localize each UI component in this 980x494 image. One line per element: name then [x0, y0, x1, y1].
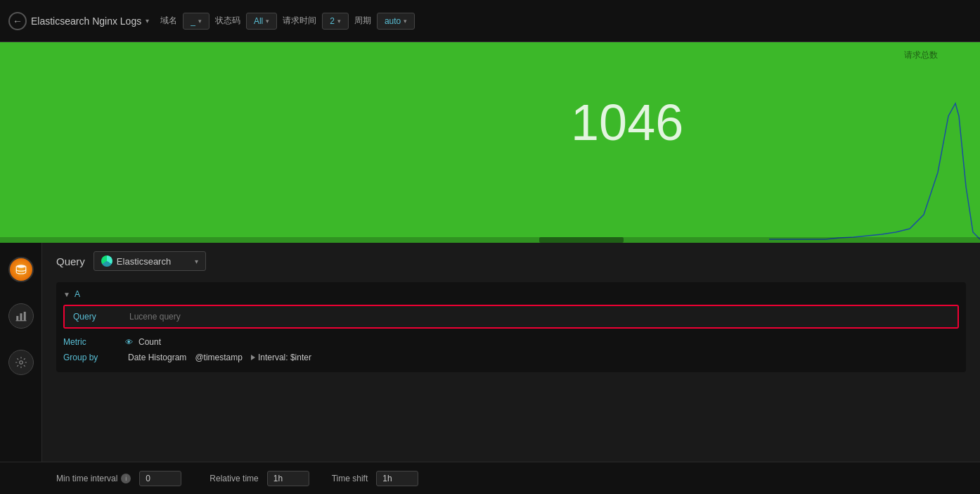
scrollbar-thumb	[539, 237, 624, 243]
group-by-row: Group by Date Histogram @timestamp Inter…	[56, 350, 966, 365]
series-toggle[interactable]: ▼	[63, 291, 70, 298]
layers-icon[interactable]	[8, 257, 34, 282]
request-time-caret: ▾	[337, 18, 341, 25]
chart-svg	[769, 102, 980, 243]
top-toolbar: ← Elasticsearch Nginx Logs ▾ 域名 _ ▾ 状态码 …	[0, 0, 980, 42]
series-id: A	[75, 289, 80, 299]
svg-rect-3	[23, 312, 25, 321]
bottom-sidebar-spacer	[0, 462, 42, 494]
status-filter[interactable]: All ▾	[246, 13, 277, 30]
datasource-icon	[101, 255, 112, 267]
query-panel: Query Elasticsearch ▾ ▼ A Query Metric 👁	[42, 243, 980, 494]
datasource-caret-icon: ▾	[195, 258, 198, 265]
svg-point-0	[16, 265, 26, 268]
group-by-interval[interactable]: Interval: $inter	[251, 353, 311, 362]
min-time-input[interactable]	[139, 471, 181, 486]
group-by-label: Group by	[63, 353, 120, 362]
info-icon[interactable]: i	[121, 474, 131, 483]
query-row-label: Query	[65, 306, 121, 327]
filter-group: 域名 _ ▾ 状态码 All ▾ 请求时间 2 ▾ 周期 auto ▾	[160, 13, 415, 30]
period-filter[interactable]: auto ▾	[377, 13, 415, 30]
bottom-options-bar: Min time interval i Relative time Time s…	[0, 462, 980, 494]
domain-caret: ▾	[198, 18, 202, 25]
page-title: Elasticsearch Nginx Logs	[31, 15, 141, 27]
time-shift-input[interactable]	[376, 471, 418, 486]
chart-area: 请求总数 1046	[0, 42, 980, 243]
chart-icon[interactable]	[8, 303, 34, 329]
period-caret: ▾	[404, 18, 407, 25]
dropdown-caret: ▾	[146, 17, 149, 25]
chart-label: 请求总数	[904, 49, 938, 61]
relative-time-label: Relative time	[209, 474, 258, 483]
group-by-field[interactable]: @timestamp	[195, 353, 243, 362]
back-button[interactable]: ← Elasticsearch Nginx Logs ▾	[8, 12, 149, 30]
chart-value: 1046	[571, 94, 683, 151]
metric-value: Count	[138, 337, 161, 347]
request-time-label: 请求时间	[283, 15, 316, 27]
query-header: Query Elasticsearch ▾	[56, 251, 966, 271]
domain-filter[interactable]: _ ▾	[183, 13, 209, 30]
metric-label: Metric	[63, 337, 120, 347]
svg-rect-1	[16, 316, 18, 321]
query-input-row: Query	[63, 305, 959, 329]
settings-icon[interactable]	[8, 350, 34, 375]
metric-row: Metric 👁 Count	[56, 334, 966, 350]
svg-rect-2	[20, 313, 22, 321]
min-time-label: Min time interval i	[56, 474, 131, 483]
triangle-right-icon	[251, 355, 255, 360]
sidebar	[0, 243, 42, 494]
series-header: ▼ A	[56, 289, 966, 305]
group-by-type[interactable]: Date Histogram	[128, 353, 186, 362]
relative-time-input[interactable]	[267, 471, 309, 486]
request-time-filter[interactable]: 2 ▾	[322, 13, 349, 30]
status-caret: ▾	[266, 18, 269, 25]
datasource-name: Elasticsearch	[117, 256, 171, 267]
lucene-query-input[interactable]	[121, 306, 958, 327]
query-title: Query	[56, 255, 85, 267]
scrollbar-track[interactable]	[0, 237, 980, 243]
time-shift-label: Time shift	[332, 474, 368, 483]
series-section: ▼ A Query Metric 👁 Count Group by Date H…	[56, 282, 966, 372]
domain-label: 域名	[160, 15, 177, 27]
main-content: Query Elasticsearch ▾ ▼ A Query Metric 👁	[0, 243, 980, 494]
datasource-selector[interactable]: Elasticsearch ▾	[94, 251, 206, 271]
bottom-options: Min time interval i Relative time Time s…	[42, 462, 432, 494]
period-label: 周期	[354, 15, 371, 27]
svg-point-5	[19, 361, 22, 365]
eye-icon[interactable]: 👁	[125, 338, 133, 346]
back-circle-icon: ←	[8, 12, 27, 30]
status-label: 状态码	[215, 15, 240, 27]
